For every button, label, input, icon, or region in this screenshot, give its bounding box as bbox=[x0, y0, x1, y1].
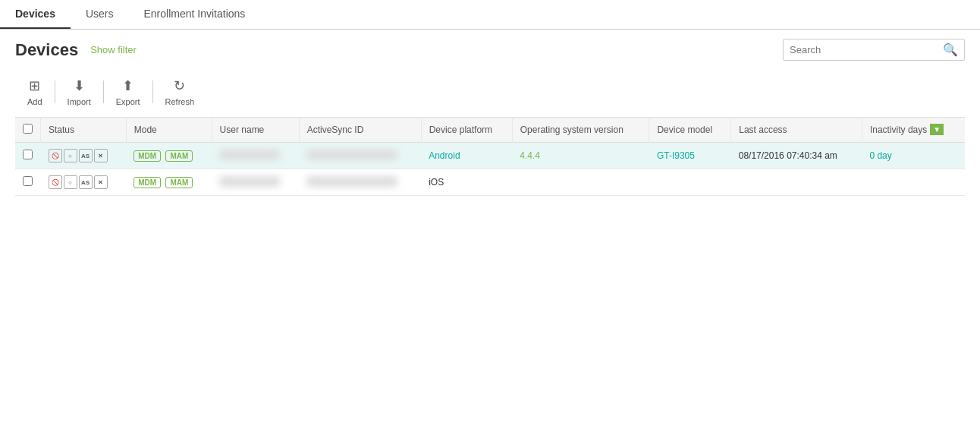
row1-mode: MDM MAM bbox=[126, 143, 212, 169]
row2-status: 🚫 ○ AS ✕ bbox=[41, 169, 127, 196]
tab-enrollment-invitations[interactable]: Enrollment Invitations bbox=[129, 0, 261, 29]
row2-device-model bbox=[649, 169, 731, 196]
show-filter-link[interactable]: Show filter bbox=[90, 44, 137, 55]
table-row: 🚫 ○ AS ✕ MDM MAM Android 4.4.4 bbox=[15, 143, 965, 169]
row2-mode: MDM MAM bbox=[126, 169, 212, 196]
row1-checkbox[interactable] bbox=[23, 150, 33, 159]
page-header: Devices Show filter 🔍 bbox=[0, 30, 980, 70]
mam-badge: MAM bbox=[165, 150, 193, 162]
row2-username bbox=[212, 169, 299, 196]
col-status[interactable]: Status bbox=[41, 118, 127, 143]
row1-os-version: 4.4.4 bbox=[512, 143, 649, 169]
status-icon-circle: ○ bbox=[64, 149, 77, 162]
row1-username bbox=[212, 143, 299, 169]
mdm-badge: MDM bbox=[133, 150, 161, 162]
status-icon-no-camera-2: 🚫 bbox=[49, 175, 62, 189]
row1-activesync bbox=[299, 143, 421, 169]
status-icon-x-2: ✕ bbox=[94, 175, 108, 189]
row2-activesync-value bbox=[306, 176, 397, 187]
status-icon-as-2: AS bbox=[79, 175, 93, 189]
col-activesync[interactable]: ActiveSync ID bbox=[299, 118, 421, 143]
row1-status: 🚫 ○ AS ✕ bbox=[41, 143, 127, 169]
import-button[interactable]: ⬇ Import bbox=[55, 74, 103, 109]
status-icon-circle-2: ○ bbox=[64, 175, 77, 189]
status-icon-as: AS bbox=[79, 149, 93, 162]
table-row: 🚫 ○ AS ✕ MDM MAM iOS bbox=[15, 169, 965, 196]
status-icon-x: ✕ bbox=[94, 149, 108, 162]
refresh-icon: ↻ bbox=[174, 77, 185, 94]
row1-inactivity: 0 day bbox=[862, 143, 965, 169]
col-platform[interactable]: Device platform bbox=[421, 118, 512, 143]
row1-activesync-value bbox=[306, 150, 397, 160]
import-icon: ⬇ bbox=[74, 77, 85, 94]
row2-last-access bbox=[731, 169, 862, 196]
search-box: 🔍 bbox=[783, 39, 965, 61]
tab-devices[interactable]: Devices bbox=[0, 0, 71, 29]
add-icon: ⊞ bbox=[29, 77, 40, 94]
row1-platform: Android bbox=[421, 143, 512, 169]
toolbar: ⊞ Add ⬇ Import ⬆ Export ↻ Refresh bbox=[0, 70, 980, 117]
status-icon-no-camera: 🚫 bbox=[49, 149, 62, 162]
select-all-checkbox[interactable] bbox=[23, 124, 33, 134]
column-dropdown-icon[interactable]: ▼ bbox=[930, 124, 944, 135]
search-icon: 🔍 bbox=[943, 43, 958, 57]
add-button[interactable]: ⊞ Add bbox=[15, 74, 55, 109]
mam-badge-2: MAM bbox=[165, 177, 193, 188]
row1-last-access: 08/17/2016 07:40:34 am bbox=[731, 143, 862, 169]
col-mode[interactable]: Mode bbox=[126, 118, 212, 143]
search-input[interactable] bbox=[790, 44, 943, 55]
export-button[interactable]: ⬆ Export bbox=[104, 74, 152, 109]
row2-os-version bbox=[512, 169, 649, 196]
col-os-version[interactable]: Operating system version bbox=[512, 118, 649, 143]
devices-table: Status Mode User name ActiveSync ID Devi… bbox=[15, 117, 965, 196]
refresh-label: Refresh bbox=[165, 97, 195, 106]
row1-checkbox-cell[interactable] bbox=[15, 143, 41, 169]
table-container: Status Mode User name ActiveSync ID Devi… bbox=[0, 117, 980, 196]
col-inactivity[interactable]: Inactivity days ▼ bbox=[862, 118, 965, 141]
row2-checkbox[interactable] bbox=[23, 176, 33, 186]
col-device-model[interactable]: Device model bbox=[649, 118, 731, 143]
row2-activesync bbox=[299, 169, 421, 196]
refresh-button[interactable]: ↻ Refresh bbox=[153, 74, 207, 109]
row1-username-value bbox=[219, 150, 280, 160]
row2-status-icons: 🚫 ○ AS ✕ bbox=[49, 175, 119, 189]
import-label: Import bbox=[68, 97, 91, 106]
row2-platform: iOS bbox=[421, 169, 512, 196]
row1-device-model: GT-I9305 bbox=[649, 143, 731, 169]
row1-status-icons: 🚫 ○ AS ✕ bbox=[49, 149, 119, 162]
page-title: Devices bbox=[15, 40, 78, 60]
row2-checkbox-cell[interactable] bbox=[15, 169, 41, 196]
tab-users[interactable]: Users bbox=[71, 0, 129, 29]
export-icon: ⬆ bbox=[122, 77, 133, 94]
top-navigation: Devices Users Enrollment Invitations bbox=[0, 0, 980, 30]
col-username[interactable]: User name bbox=[212, 118, 299, 143]
export-label: Export bbox=[116, 97, 140, 106]
row2-inactivity bbox=[862, 169, 965, 196]
row2-username-value bbox=[219, 176, 280, 187]
add-label: Add bbox=[27, 97, 42, 106]
col-last-access[interactable]: Last access bbox=[731, 118, 862, 143]
mdm-badge-2: MDM bbox=[133, 177, 161, 188]
table-header-row: Status Mode User name ActiveSync ID Devi… bbox=[15, 118, 965, 143]
header-select-all[interactable] bbox=[15, 118, 41, 143]
